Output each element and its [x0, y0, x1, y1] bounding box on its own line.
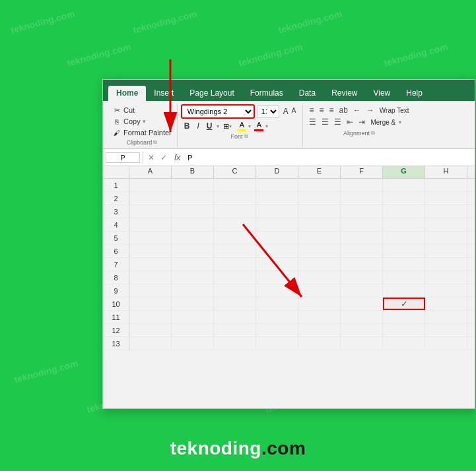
align-right-button[interactable]: ☰ [332, 117, 343, 127]
excel-window: Home Insert Page Layout Formulas Data Re… [102, 79, 475, 409]
column-headers: A B C D E F G H I [103, 166, 475, 179]
decrease-font-size-button[interactable]: A [290, 107, 298, 116]
col-header-B[interactable]: B [172, 166, 214, 178]
bold-button[interactable]: B [182, 121, 193, 131]
font-size-select[interactable]: 11 [257, 105, 279, 118]
tab-view[interactable]: View [365, 86, 398, 101]
table-row: 1 [103, 179, 475, 192]
name-box[interactable] [106, 152, 140, 163]
merge-button[interactable]: Merge & [368, 118, 397, 127]
table-row: 3 [103, 205, 475, 218]
cell-D1[interactable] [256, 179, 298, 191]
clipboard-group: ✂ Cut ⎘ Copy ▾ 🖌 Format Painter Clipboar… [108, 104, 178, 147]
cell-G1[interactable] [383, 179, 425, 191]
spreadsheet-area: A B C D E F G H I 1 2 3 4 5 6 7 8 9 10 [103, 166, 475, 350]
confirm-formula-icon[interactable]: ✓ [158, 152, 169, 163]
col-header-A[interactable]: A [129, 166, 172, 178]
font-color-icon: A [257, 121, 261, 129]
ribbon: ✂ Cut ⎘ Copy ▾ 🖌 Format Painter Clipboar… [103, 101, 475, 149]
clipboard-group-label: Clipboard ⧉ [111, 138, 173, 146]
formula-divider [143, 152, 143, 164]
increase-font-size-button[interactable]: A [282, 107, 290, 116]
col-header-G[interactable]: G [383, 166, 425, 178]
orient-button[interactable]: ab [337, 105, 349, 115]
tab-page-layout[interactable]: Page Layout [182, 86, 242, 101]
align-middle-button[interactable]: ≡ [317, 105, 325, 115]
decrease-indent-button[interactable]: ⇤ [345, 117, 355, 127]
col-header-I[interactable]: I [467, 166, 475, 178]
tab-review[interactable]: Review [323, 86, 365, 101]
table-row: 13 [103, 337, 475, 350]
table-row: 2 [103, 192, 475, 205]
cancel-formula-icon[interactable]: ✕ [146, 152, 156, 163]
indent-increase-button[interactable]: → [364, 105, 376, 115]
row-num-10: 10 [103, 298, 129, 310]
cell-F1[interactable] [341, 179, 383, 191]
copy-button[interactable]: ⎘ Copy ▾ [111, 116, 173, 127]
font-color-bar [254, 129, 263, 131]
underline-dropdown[interactable]: ▾ [217, 123, 219, 129]
cut-label: Cut [123, 106, 135, 114]
tab-formulas[interactable]: Formulas [242, 86, 291, 101]
italic-button[interactable]: I [194, 121, 201, 131]
formula-icons: ✕ ✓ [146, 152, 169, 163]
cell-E1[interactable] [298, 179, 341, 191]
row-num-11: 11 [103, 311, 129, 323]
fill-color-button[interactable]: A [236, 120, 248, 132]
col-header-C[interactable]: C [214, 166, 256, 178]
font-name-select[interactable]: Wingdings 2 [182, 105, 254, 118]
font-group-label: Font ⧉ [182, 132, 298, 140]
cell-C1[interactable] [214, 179, 256, 191]
fx-label: fx [172, 153, 183, 162]
cut-icon: ✂ [112, 106, 121, 115]
copy-label: Copy [123, 117, 141, 125]
cell-G10[interactable]: ✓ [383, 298, 425, 310]
tab-insert[interactable]: Insert [146, 86, 182, 101]
col-header-D[interactable]: D [256, 166, 298, 178]
formula-input[interactable] [186, 153, 472, 162]
tab-help[interactable]: Help [398, 86, 430, 101]
cut-button[interactable]: ✂ Cut [111, 105, 173, 115]
brand-text: teknoding.com [170, 438, 306, 459]
brand-name: teknoding [170, 438, 261, 458]
fill-color-icon: A [240, 121, 244, 129]
font-color-button[interactable]: A [253, 120, 265, 132]
col-header-H[interactable]: H [425, 166, 467, 178]
align-left-button[interactable]: ☰ [307, 117, 318, 127]
formula-bar: ✕ ✓ fx [103, 149, 475, 166]
col-header-E[interactable]: E [298, 166, 341, 178]
table-row: 6 [103, 245, 475, 258]
format-painter-button[interactable]: 🖌 Format Painter [111, 127, 173, 138]
cell-H1[interactable] [425, 179, 467, 191]
fill-color-bar [237, 129, 246, 131]
border-dropdown-icon: ▾ [229, 123, 232, 129]
align-center-button[interactable]: ☰ [320, 117, 331, 127]
table-row: 4 [103, 218, 475, 232]
align-bottom-button[interactable]: ≡ [327, 105, 335, 115]
wm-1: teknoding.com [10, 8, 76, 35]
merge-dropdown-icon[interactable]: ▾ [399, 119, 401, 125]
brand-domain: .com [261, 438, 306, 458]
font-group: Wingdings 2 11 A A B I U ▾ ⊞ ▾ [178, 104, 304, 147]
cell-A1[interactable] [129, 179, 172, 191]
border-button[interactable]: ⊞ ▾ [221, 121, 234, 131]
tab-home[interactable]: Home [108, 86, 146, 101]
cell-B1[interactable] [172, 179, 214, 191]
wm-3: teknoding.com [277, 8, 343, 35]
align-top-button[interactable]: ≡ [307, 105, 316, 115]
tab-data[interactable]: Data [291, 86, 323, 101]
wrap-text-button[interactable]: Wrap Text [378, 106, 411, 115]
copy-icon: ⎘ [112, 117, 121, 126]
row-num-2: 2 [103, 192, 129, 204]
row-num-12: 12 [103, 324, 129, 336]
cell-I1[interactable] [467, 179, 475, 191]
border-icon: ⊞ [223, 122, 229, 131]
font-color-dropdown[interactable]: ▾ [265, 123, 268, 129]
increase-indent-button[interactable]: ⇥ [357, 117, 367, 127]
underline-button[interactable]: U [204, 121, 215, 131]
col-header-F[interactable]: F [341, 166, 383, 178]
checkmark-symbol: ✓ [386, 299, 422, 308]
indent-decrease-button[interactable]: ← [351, 105, 363, 115]
format-painter-label: Format Painter [123, 129, 172, 137]
fill-color-dropdown[interactable]: ▾ [248, 123, 251, 129]
